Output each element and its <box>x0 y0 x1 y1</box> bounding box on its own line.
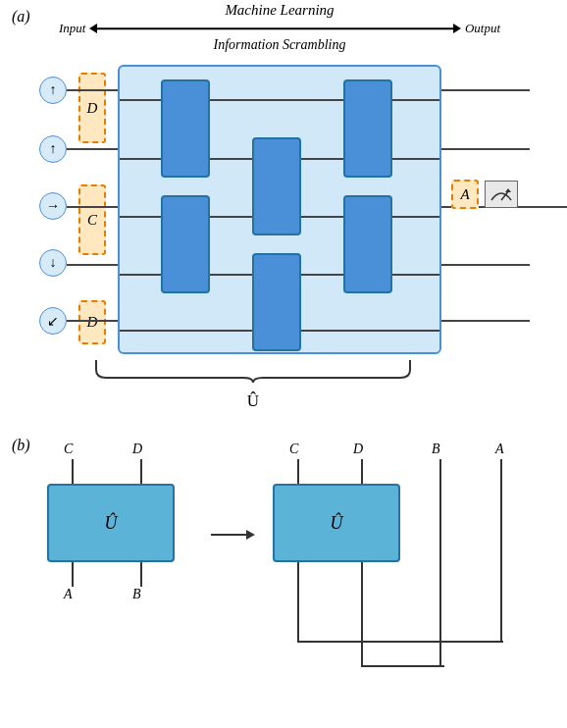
qubit-1-icon: ↑ <box>50 82 57 98</box>
wire-out-1 <box>441 89 530 91</box>
diagram-container: (a) Machine Learning Input Output Inform… <box>0 0 567 728</box>
wire-stub-2 <box>67 148 118 150</box>
wire-out-4 <box>441 264 530 266</box>
b-right-B-label: B <box>432 442 440 457</box>
gate-D-bot: D <box>78 300 106 344</box>
scramble-box <box>118 65 441 354</box>
b-left-wire-B-bot <box>140 562 142 587</box>
b-left-D-label: D <box>132 442 142 457</box>
part-b: (b) C D Û A <box>0 432 567 726</box>
gate-layer3-bot <box>343 195 392 293</box>
gate-layer1-bot <box>161 195 210 293</box>
b-right-u-box: Û <box>273 484 400 562</box>
svg-marker-3 <box>246 530 255 540</box>
ml-arrow-row: Input Output <box>59 21 500 36</box>
gate-A: A <box>451 180 479 209</box>
b-left-B-label: B <box>132 587 141 602</box>
gate-layer2-bot <box>252 253 301 351</box>
b-right-wire-D-top <box>361 459 363 484</box>
qubit-4: ↓ <box>39 249 67 277</box>
wire-stub-1 <box>67 89 118 91</box>
ml-row: Machine Learning Input Output <box>59 2 500 36</box>
b-right-D-label: D <box>353 442 363 457</box>
brace-area: Û <box>86 358 420 411</box>
input-label: Input <box>59 21 85 36</box>
gate-layer1-top <box>161 79 210 178</box>
circuit-area: ↑ ↑ → ↓ ↙ D C D <box>29 57 530 361</box>
qubit-4-icon: ↓ <box>50 255 57 271</box>
is-row: Information Scrambling <box>59 37 500 53</box>
gate-layer3-top <box>343 79 392 178</box>
wire-out-2 <box>441 148 530 150</box>
b-right-wire-D-bot <box>361 562 363 665</box>
part-a-label: (a) <box>12 8 30 26</box>
brace-svg <box>86 358 420 388</box>
wire-out-3a <box>441 206 451 208</box>
gate-C: C <box>78 184 106 255</box>
b-left-A-label: A <box>64 587 73 602</box>
wire-stub-4 <box>67 264 118 266</box>
is-label: Information Scrambling <box>214 37 346 52</box>
output-label: Output <box>465 21 500 36</box>
gate-D-top: D <box>78 73 106 143</box>
b-left-wire-D-top <box>140 459 142 484</box>
qubit-5: ↙ <box>39 307 67 335</box>
part-b-label: (b) <box>12 437 30 454</box>
b-right-wire-B-vert <box>439 459 441 665</box>
measurement-icon <box>490 184 513 204</box>
b-right-wire-C-bot <box>297 562 299 641</box>
b-right-C-label: C <box>289 442 298 457</box>
qubit-1: ↑ <box>39 77 67 104</box>
b-right-wire-C-top <box>297 459 299 484</box>
b-right-wire-B-horiz <box>361 665 444 667</box>
b-arrow <box>211 525 255 545</box>
qubit-3-icon: → <box>46 198 60 214</box>
gate-layer2-top <box>252 137 301 235</box>
u-hat-label-a: Û <box>86 391 420 411</box>
b-right-A-label: A <box>495 442 504 457</box>
arrow-right-head-icon <box>453 24 461 33</box>
qubit-2-icon: ↑ <box>50 141 57 157</box>
qubit-5-icon: ↙ <box>47 313 59 330</box>
b-left-wire-A-bot <box>72 562 74 587</box>
b-right-wire-A-horiz <box>297 641 503 643</box>
wire-stub-5 <box>67 320 118 322</box>
part-a: (a) Machine Learning Input Output Inform… <box>0 0 567 422</box>
b-arrow-svg <box>211 525 255 545</box>
svg-marker-1 <box>505 188 511 192</box>
wire-out-5 <box>441 320 530 322</box>
wire-stub-3 <box>67 206 118 208</box>
b-left-wire-C-top <box>72 459 74 484</box>
ml-title: Machine Learning <box>225 2 334 19</box>
qubit-2: ↑ <box>39 135 67 163</box>
b-right-wire-A-vert <box>500 459 502 641</box>
bidirectional-arrow <box>89 21 460 36</box>
b-left-C-label: C <box>64 442 73 457</box>
qubit-3: → <box>39 192 67 220</box>
measurement-box <box>485 181 518 208</box>
b-left-u-box: Û <box>47 484 175 562</box>
